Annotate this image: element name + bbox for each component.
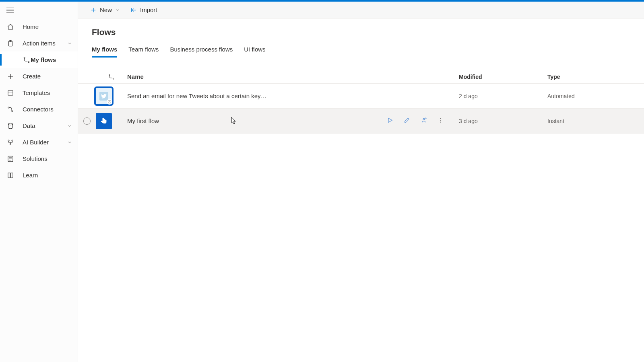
svg-point-15 <box>423 118 425 120</box>
chevron-down-icon <box>67 41 72 46</box>
nav-label: Create <box>23 73 41 80</box>
nav-label: Learn <box>23 172 38 179</box>
ai-builder-icon <box>6 138 14 146</box>
nav-ai-builder[interactable]: AI Builder <box>0 134 78 150</box>
flow-modified: 2 d ago <box>459 93 547 99</box>
flow-icon-twitter <box>96 88 112 104</box>
nav-label: Solutions <box>23 155 47 162</box>
svg-point-9 <box>12 140 13 141</box>
list-row[interactable]: Send an email for new Tweets about a cer… <box>78 84 644 109</box>
flow-type: Automated <box>547 93 636 99</box>
chevron-down-icon <box>115 8 120 12</box>
nav-create[interactable]: Create <box>0 68 78 84</box>
column-type[interactable]: Type <box>547 74 636 80</box>
tab-team-flows[interactable]: Team flows <box>128 43 159 58</box>
hamburger-icon[interactable] <box>6 5 16 15</box>
flow-icon-instant <box>96 113 112 129</box>
nav-label: Connectors <box>23 106 54 113</box>
nav-label: Action items <box>23 40 56 47</box>
tab-business-process-flows[interactable]: Business process flows <box>170 43 233 58</box>
main-content: New Import Flows My flows Team flows Bus… <box>78 2 644 362</box>
left-nav: Home Action items My flows <box>0 2 78 362</box>
tab-ui-flows[interactable]: UI flows <box>244 43 265 58</box>
svg-point-3 <box>28 61 29 62</box>
svg-point-7 <box>8 123 13 125</box>
svg-point-12 <box>109 74 110 76</box>
svg-point-6 <box>12 111 13 112</box>
flow-name[interactable]: Send an email for new Tweets about a cer… <box>127 93 386 99</box>
column-name[interactable]: Name <box>127 73 386 80</box>
flows-list: Name Modified Type <box>78 58 644 134</box>
home-icon <box>6 23 14 31</box>
nav-data[interactable]: Data <box>0 117 78 134</box>
svg-point-8 <box>8 140 9 141</box>
connectors-icon <box>6 105 14 113</box>
column-modified[interactable]: Modified <box>459 74 547 80</box>
row-actions <box>386 117 444 124</box>
nav-label: Data <box>23 122 35 129</box>
nav-learn[interactable]: Learn <box>0 167 78 183</box>
row-select-radio[interactable] <box>83 117 91 125</box>
import-button-label: Import <box>140 6 157 13</box>
page-title: Flows <box>78 19 644 43</box>
tabs: My flows Team flows Business process flo… <box>78 43 644 58</box>
nav-label: Templates <box>23 89 50 96</box>
svg-point-2 <box>24 57 25 58</box>
nav-my-flows[interactable]: My flows <box>0 51 78 68</box>
command-bar: New Import <box>78 2 644 19</box>
share-icon[interactable] <box>420 117 427 124</box>
solutions-icon <box>6 155 14 163</box>
more-icon[interactable] <box>437 117 444 124</box>
plus-icon <box>90 7 97 13</box>
edit-icon[interactable] <box>403 117 411 124</box>
nav-home[interactable]: Home <box>0 19 78 35</box>
nav-connectors[interactable]: Connectors <box>0 101 78 117</box>
disabled-badge-icon <box>107 99 112 105</box>
svg-point-16 <box>425 118 426 119</box>
flow-icon <box>23 56 31 64</box>
hamburger-row <box>0 2 78 19</box>
nav-label: AI Builder <box>23 139 49 146</box>
svg-point-18 <box>440 120 441 121</box>
flow-type: Instant <box>547 118 636 124</box>
tab-my-flows[interactable]: My flows <box>92 43 117 58</box>
svg-point-17 <box>440 118 441 119</box>
chevron-down-icon <box>67 123 72 128</box>
nav-action-items[interactable]: Action items <box>0 35 78 51</box>
nav-label: Home <box>23 23 39 30</box>
templates-icon <box>6 89 14 97</box>
nav-templates[interactable]: Templates <box>0 84 78 101</box>
list-row[interactable]: My first flow <box>78 109 644 134</box>
run-icon[interactable] <box>386 117 394 124</box>
list-header: Name Modified Type <box>78 70 644 84</box>
new-button-label: New <box>100 6 112 13</box>
import-icon <box>130 7 137 13</box>
plus-icon <box>6 72 14 80</box>
svg-point-5 <box>8 107 9 108</box>
flow-icon <box>96 74 127 80</box>
svg-rect-4 <box>8 90 13 95</box>
nav-solutions[interactable]: Solutions <box>0 150 78 167</box>
import-button[interactable]: Import <box>128 2 160 18</box>
nav-label: My flows <box>31 56 56 63</box>
flow-modified: 3 d ago <box>459 118 547 124</box>
svg-point-13 <box>113 78 114 79</box>
learn-icon <box>6 171 14 179</box>
chevron-down-icon <box>67 140 72 145</box>
new-button[interactable]: New <box>88 2 122 18</box>
flow-name[interactable]: My first flow <box>127 117 386 124</box>
data-icon <box>6 122 14 130</box>
clipboard-icon <box>6 39 14 47</box>
svg-point-10 <box>10 144 11 145</box>
svg-point-19 <box>440 122 441 123</box>
